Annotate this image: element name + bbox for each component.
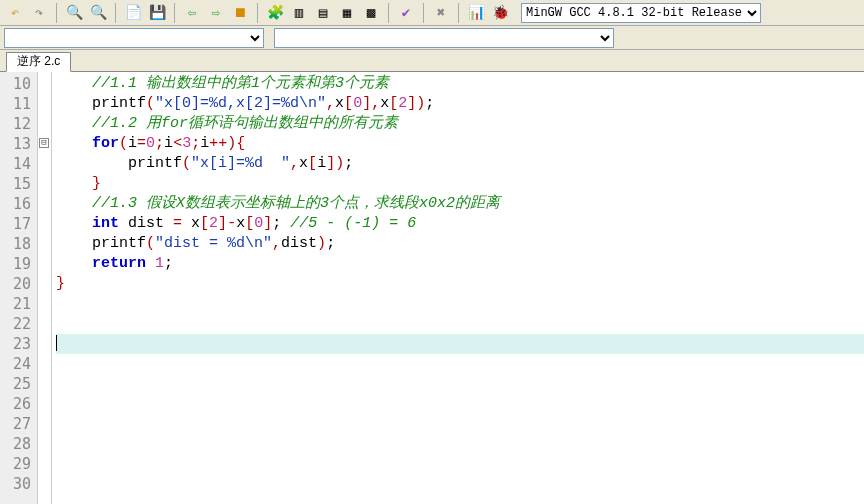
- token: //1.1 输出数组中的第1个元素和第3个元素: [92, 75, 389, 92]
- save-icon[interactable]: 💾: [146, 2, 168, 24]
- open-icon[interactable]: 📄: [122, 2, 144, 24]
- undo-icon[interactable]: ↶: [4, 2, 26, 24]
- code-line[interactable]: //1.3 假设X数组表示坐标轴上的3个点，求线段x0x2的距离: [56, 194, 864, 214]
- panel-e-icon[interactable]: ▩: [360, 2, 382, 24]
- token: {: [236, 135, 245, 152]
- panel-b-icon[interactable]: ▥: [288, 2, 310, 24]
- separator: [115, 3, 116, 23]
- token: ]: [407, 95, 416, 112]
- code-line[interactable]: [56, 374, 864, 394]
- panel-c-icon[interactable]: ▤: [312, 2, 334, 24]
- code-line[interactable]: int dist = x[2]-x[0]; //5 - (-1) = 6: [56, 214, 864, 234]
- token: x: [335, 95, 344, 112]
- symbol-select[interactable]: [274, 28, 614, 48]
- file-tab[interactable]: 逆序 2.c: [6, 52, 71, 72]
- line-number: 18: [0, 234, 37, 254]
- token: ]: [218, 215, 227, 232]
- line-number: 28: [0, 434, 37, 454]
- token: ;: [164, 255, 173, 272]
- line-number: 30: [0, 474, 37, 494]
- token: printf: [92, 235, 146, 252]
- token: i: [128, 135, 137, 152]
- panel-d-icon[interactable]: ▦: [336, 2, 358, 24]
- check-icon[interactable]: ✔: [395, 2, 417, 24]
- line-number: 19: [0, 254, 37, 274]
- code-line[interactable]: [56, 414, 864, 434]
- token: printf: [92, 95, 146, 112]
- code-line[interactable]: printf("dist = %d\n",dist);: [56, 234, 864, 254]
- separator: [388, 3, 389, 23]
- token: //1.2 用for循环语句输出数组中的所有元素: [92, 115, 398, 132]
- token: return: [92, 255, 146, 272]
- stop-icon[interactable]: ⏹: [229, 2, 251, 24]
- token: ;: [326, 235, 335, 252]
- forward-icon[interactable]: ⇨: [205, 2, 227, 24]
- code-line[interactable]: printf("x[i]=%d ",x[i]);: [56, 154, 864, 174]
- line-number: 16: [0, 194, 37, 214]
- token: dist: [119, 215, 173, 232]
- search-icon[interactable]: 🔍: [63, 2, 85, 24]
- code-area[interactable]: //1.1 输出数组中的第1个元素和第3个元素 printf("x[0]=%d,…: [52, 72, 864, 504]
- token: printf: [128, 155, 182, 172]
- code-line[interactable]: }: [56, 274, 864, 294]
- code-line[interactable]: [56, 394, 864, 414]
- code-line[interactable]: [56, 434, 864, 454]
- token: ;: [155, 135, 164, 152]
- chart-icon[interactable]: 📊: [465, 2, 487, 24]
- code-line[interactable]: [56, 314, 864, 334]
- code-line[interactable]: [56, 474, 864, 494]
- token: ): [335, 155, 344, 172]
- code-line[interactable]: }: [56, 174, 864, 194]
- token: 0: [146, 135, 155, 152]
- code-line[interactable]: [56, 354, 864, 374]
- token: }: [92, 175, 101, 192]
- line-number: 25: [0, 374, 37, 394]
- main-toolbar: ↶ ↷ 🔍 🔍 📄 💾 ⇦ ⇨ ⏹ 🧩 ▥ ▤ ▦ ▩ ✔ ✖ 📊 🐞 MinG…: [0, 0, 864, 26]
- code-line[interactable]: for(i=0;i<3;i++){: [56, 134, 864, 154]
- token: [: [389, 95, 398, 112]
- token: ]: [326, 155, 335, 172]
- debug-icon[interactable]: 🐞: [489, 2, 511, 24]
- token: (: [182, 155, 191, 172]
- redo-icon[interactable]: ↷: [28, 2, 50, 24]
- token: [: [245, 215, 254, 232]
- search-replace-icon[interactable]: 🔍: [87, 2, 109, 24]
- code-line[interactable]: return 1;: [56, 254, 864, 274]
- token: (: [119, 135, 128, 152]
- code-line[interactable]: [56, 334, 864, 354]
- build-target-select[interactable]: MinGW GCC 4.8.1 32-bit Release: [521, 3, 761, 23]
- panel-a-icon[interactable]: 🧩: [264, 2, 286, 24]
- line-number: 26: [0, 394, 37, 414]
- token: //1.3 假设X数组表示坐标轴上的3个点，求线段x0x2的距离: [92, 195, 500, 212]
- token: [: [344, 95, 353, 112]
- abort-icon[interactable]: ✖: [430, 2, 452, 24]
- code-line[interactable]: printf("x[0]=%d,x[2]=%d\n",x[0],x[2]);: [56, 94, 864, 114]
- token: }: [56, 275, 65, 292]
- token: "x[i]=%d ": [191, 155, 290, 172]
- token: i: [200, 135, 209, 152]
- code-line[interactable]: //1.2 用for循环语句输出数组中的所有元素: [56, 114, 864, 134]
- token: x: [380, 95, 389, 112]
- code-editor: 1011121314151617181920212223242526272829…: [0, 72, 864, 504]
- code-line[interactable]: [56, 454, 864, 474]
- code-line[interactable]: [56, 294, 864, 314]
- token: ,: [290, 155, 299, 172]
- token: ++: [209, 135, 227, 152]
- back-icon[interactable]: ⇦: [181, 2, 203, 24]
- token: 0: [254, 215, 263, 232]
- token: ]: [362, 95, 371, 112]
- token: ,: [371, 95, 380, 112]
- scope-select[interactable]: [4, 28, 264, 48]
- code-line[interactable]: //1.1 输出数组中的第1个元素和第3个元素: [56, 74, 864, 94]
- token: x: [182, 215, 200, 232]
- line-number: 14: [0, 154, 37, 174]
- line-number: 23: [0, 334, 37, 354]
- token: ,: [272, 235, 281, 252]
- fold-toggle-icon[interactable]: ⊟: [39, 138, 49, 148]
- token: [146, 255, 155, 272]
- token: dist: [281, 235, 317, 252]
- token: =: [173, 215, 182, 232]
- token: 1: [155, 255, 164, 272]
- separator: [458, 3, 459, 23]
- line-number: 12: [0, 114, 37, 134]
